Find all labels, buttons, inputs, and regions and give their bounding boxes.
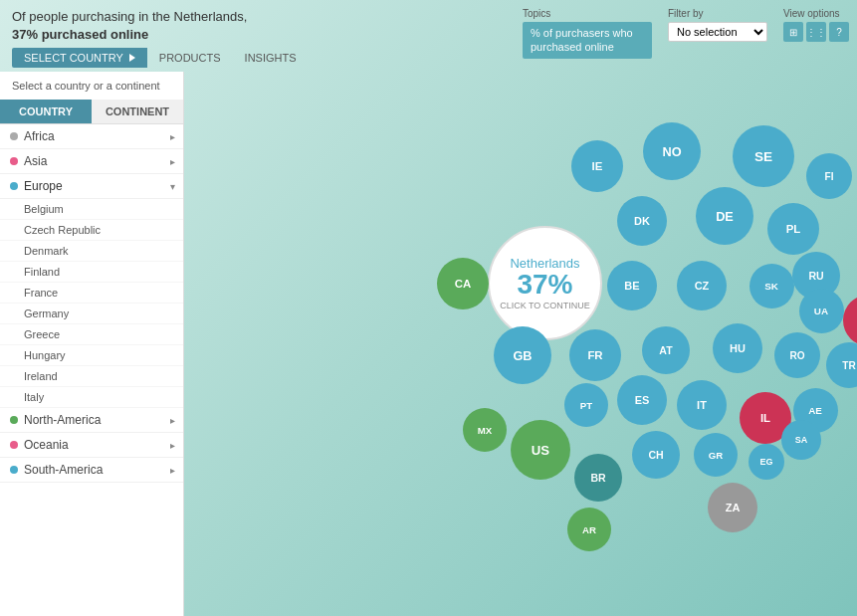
region-north-america-label: North-America bbox=[24, 413, 101, 427]
region-oceania-label: Oceania bbox=[24, 438, 69, 452]
north-america-arrow: ▸ bbox=[170, 415, 175, 426]
list-view-icon[interactable]: ⋮⋮ bbox=[806, 22, 826, 42]
topics-value[interactable]: % of purchasers who purchased online bbox=[523, 22, 652, 59]
bubble-mx[interactable]: MX bbox=[463, 408, 507, 452]
help-icon[interactable]: ? bbox=[829, 22, 849, 42]
tab-insights[interactable]: INSIGHTS bbox=[233, 48, 309, 68]
region-africa-label: Africa bbox=[24, 129, 55, 143]
netherlands-bubble[interactable]: Netherlands 37% CLICK TO CONTINUE bbox=[488, 226, 602, 340]
bubble-sk[interactable]: SK bbox=[750, 264, 794, 308]
country-belgium[interactable]: Belgium bbox=[0, 199, 183, 220]
region-europe-label: Europe bbox=[24, 179, 63, 193]
region-africa[interactable]: Africa ▸ bbox=[0, 124, 183, 149]
country-hungary[interactable]: Hungary bbox=[0, 345, 183, 366]
sidebar-prompt: Select a country or a continent bbox=[0, 72, 183, 100]
region-south-america[interactable]: South-America ▸ bbox=[0, 458, 183, 483]
view-options-label: View options bbox=[783, 8, 849, 19]
asia-dot bbox=[10, 157, 18, 165]
country-czech-republic[interactable]: Czech Republic bbox=[0, 220, 183, 241]
bubble-cz[interactable]: CZ bbox=[677, 261, 727, 310]
tab-select-country[interactable]: SELECT COUNTRY bbox=[12, 48, 147, 68]
region-north-america[interactable]: North-America ▸ bbox=[0, 408, 183, 433]
bubble-hk[interactable]: HK bbox=[843, 295, 857, 346]
bubble-eg[interactable]: EG bbox=[749, 444, 784, 480]
view-icons-group: ⊞ ⋮⋮ ? bbox=[783, 22, 849, 42]
bubble-dk[interactable]: DK bbox=[617, 196, 667, 246]
asia-arrow: ▸ bbox=[170, 156, 175, 167]
bubble-br[interactable]: BR bbox=[574, 454, 622, 502]
south-america-arrow: ▸ bbox=[170, 465, 175, 476]
bubble-za[interactable]: ZA bbox=[708, 483, 757, 532]
europe-arrow: ▾ bbox=[170, 181, 175, 192]
europe-dot bbox=[10, 182, 18, 190]
bubble-ca[interactable]: CA bbox=[437, 258, 489, 309]
bubble-de[interactable]: DE bbox=[696, 187, 753, 245]
bubble-fi[interactable]: FI bbox=[806, 153, 852, 199]
region-europe[interactable]: Europe ▾ bbox=[0, 174, 183, 199]
sidebar-tab-country[interactable]: COUNTRY bbox=[0, 100, 92, 123]
bubble-us[interactable]: US bbox=[511, 420, 570, 480]
netherlands-cta[interactable]: CLICK TO CONTINUE bbox=[500, 301, 590, 310]
chart-area: Netherlands 37% CLICK TO CONTINUE IENOSE… bbox=[184, 72, 857, 616]
bubble-fr[interactable]: FR bbox=[569, 329, 621, 381]
oceania-dot bbox=[10, 441, 18, 449]
country-italy[interactable]: Italy bbox=[0, 387, 183, 408]
bubble-be[interactable]: BE bbox=[607, 261, 657, 310]
netherlands-percent: 37% bbox=[517, 271, 572, 299]
region-asia[interactable]: Asia ▸ bbox=[0, 149, 183, 174]
sidebar-tab-continent[interactable]: CONTINENT bbox=[92, 100, 183, 123]
bubble-ua[interactable]: UA bbox=[799, 289, 844, 333]
bubble-ie[interactable]: IE bbox=[571, 140, 623, 192]
country-ireland[interactable]: Ireland bbox=[0, 366, 183, 387]
north-america-dot bbox=[10, 416, 18, 424]
view-options-control: View options ⊞ ⋮⋮ ? bbox=[783, 8, 849, 42]
bubble-ch[interactable]: CH bbox=[632, 431, 680, 479]
africa-arrow: ▸ bbox=[170, 131, 175, 142]
topics-control: Topics % of purchasers who purchased onl… bbox=[523, 8, 652, 59]
filter-dropdown[interactable]: No selection bbox=[668, 22, 767, 42]
bubble-gr[interactable]: GR bbox=[694, 433, 738, 477]
sidebar-tab-switcher: COUNTRY CONTINENT bbox=[0, 100, 183, 124]
country-germany[interactable]: Germany bbox=[0, 304, 183, 324]
main-layout: Select a country or a continent COUNTRY … bbox=[0, 72, 857, 616]
country-finland[interactable]: Finland bbox=[0, 262, 183, 283]
filter-select-wrapper: No selection bbox=[668, 22, 767, 42]
bubble-no[interactable]: NO bbox=[643, 122, 701, 180]
bubble-it[interactable]: IT bbox=[677, 380, 727, 430]
grid-view-icon[interactable]: ⊞ bbox=[783, 22, 803, 42]
bubble-ar[interactable]: AR bbox=[567, 508, 611, 551]
top-controls: Topics % of purchasers who purchased onl… bbox=[523, 8, 849, 59]
bubble-sa[interactable]: SA bbox=[781, 420, 821, 460]
oceania-arrow: ▸ bbox=[170, 440, 175, 451]
africa-dot bbox=[10, 132, 18, 140]
country-denmark[interactable]: Denmark bbox=[0, 241, 183, 262]
bubble-es[interactable]: ES bbox=[617, 375, 667, 425]
bubble-tr[interactable]: TR bbox=[826, 342, 857, 388]
sidebar: Select a country or a continent COUNTRY … bbox=[0, 72, 184, 616]
bubble-pt[interactable]: PT bbox=[564, 383, 608, 427]
bubble-ro[interactable]: RO bbox=[774, 332, 820, 378]
country-france[interactable]: France bbox=[0, 283, 183, 304]
region-oceania[interactable]: Oceania ▸ bbox=[0, 433, 183, 458]
bubble-at[interactable]: AT bbox=[642, 326, 690, 374]
bubble-gb[interactable]: GB bbox=[494, 326, 551, 384]
region-south-america-label: South-America bbox=[24, 463, 103, 477]
tab-products[interactable]: PRODUCTS bbox=[147, 48, 233, 68]
south-america-dot bbox=[10, 466, 18, 474]
bubble-se[interactable]: SE bbox=[733, 125, 794, 187]
bubble-hu[interactable]: HU bbox=[713, 323, 762, 373]
country-greece[interactable]: Greece bbox=[0, 324, 183, 345]
filter-control: Filter by No selection bbox=[668, 8, 767, 42]
bubble-pl[interactable]: PL bbox=[767, 203, 819, 255]
topics-label: Topics bbox=[523, 8, 652, 19]
region-asia-label: Asia bbox=[24, 154, 47, 168]
filter-label: Filter by bbox=[668, 8, 767, 19]
